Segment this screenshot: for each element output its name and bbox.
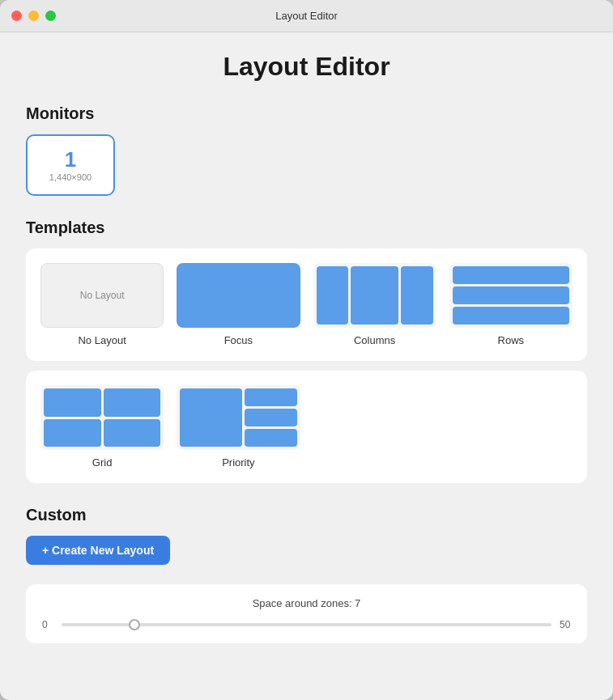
template-priority[interactable]: Priority xyxy=(177,385,300,469)
window-controls xyxy=(11,11,56,21)
titlebar-title: Layout Editor xyxy=(275,10,338,22)
monitor-card[interactable]: 1 1,440×900 xyxy=(26,134,115,196)
grid-cell-3 xyxy=(44,419,101,448)
template-no-layout-label: No Layout xyxy=(78,334,126,346)
grid-cell-2 xyxy=(104,388,161,417)
row-3 xyxy=(453,307,569,325)
template-placeholder-3 xyxy=(313,385,436,469)
preview-no-layout: No Layout xyxy=(40,263,164,328)
priority-right-top xyxy=(245,388,296,406)
template-focus-label: Focus xyxy=(224,334,253,346)
custom-section: Custom + Create New Layout xyxy=(26,506,587,565)
col-2 xyxy=(351,266,398,325)
preview-focus xyxy=(177,263,300,328)
titlebar: Layout Editor xyxy=(0,0,613,32)
row-2 xyxy=(453,286,569,304)
monitor-resolution: 1,440×900 xyxy=(49,172,92,182)
template-rows[interactable]: Rows xyxy=(449,263,573,346)
maximize-button[interactable] xyxy=(45,11,56,21)
zones-section: Space around zones: 7 0 50 xyxy=(26,584,587,643)
template-no-layout[interactable]: No Layout No Layout xyxy=(40,263,164,346)
page-title: Layout Editor xyxy=(26,52,587,82)
main-content: Layout Editor Monitors 1 1,440×900 Templ… xyxy=(0,32,613,700)
template-columns[interactable]: Columns xyxy=(313,263,436,346)
template-placeholder-4 xyxy=(449,385,573,469)
monitors-label: Monitors xyxy=(26,104,587,123)
preview-no-layout-text: No Layout xyxy=(80,290,125,301)
slider-max-label: 50 xyxy=(560,619,571,630)
zones-slider[interactable] xyxy=(62,623,551,626)
priority-left xyxy=(180,388,242,447)
col-3 xyxy=(401,266,433,325)
slider-row: 0 50 xyxy=(42,619,571,630)
preview-priority xyxy=(177,385,300,450)
priority-right-mid xyxy=(245,409,296,426)
preview-grid xyxy=(40,385,164,450)
preview-rows xyxy=(449,263,573,328)
template-grid-label: Grid xyxy=(92,456,113,469)
custom-label: Custom xyxy=(26,506,587,524)
grid-cell-1 xyxy=(44,388,101,417)
template-focus[interactable]: Focus xyxy=(177,263,300,346)
col-1 xyxy=(317,266,349,325)
template-priority-label: Priority xyxy=(222,456,254,469)
grid-cell-4 xyxy=(104,419,161,448)
slider-min-label: 0 xyxy=(42,619,53,630)
app-window: Layout Editor Layout Editor Monitors 1 1… xyxy=(0,0,613,700)
templates-section: Templates No Layout No Layout Focus xyxy=(26,218,587,483)
templates-row1: No Layout No Layout Focus Colum xyxy=(26,248,587,361)
priority-right xyxy=(245,388,296,447)
templates-label: Templates xyxy=(26,218,587,237)
close-button[interactable] xyxy=(11,11,22,21)
template-columns-label: Columns xyxy=(354,334,395,346)
minimize-button[interactable] xyxy=(28,11,39,21)
template-grid[interactable]: Grid xyxy=(40,385,164,469)
zones-label: Space around zones: 7 xyxy=(42,597,571,609)
monitor-number: 1 xyxy=(65,149,76,170)
create-layout-button[interactable]: + Create New Layout xyxy=(26,536,170,565)
priority-right-bot xyxy=(245,429,296,447)
row-1 xyxy=(453,266,569,284)
templates-row2: Grid Priority xyxy=(26,371,587,483)
monitors-section: Monitors 1 1,440×900 xyxy=(26,104,587,196)
template-rows-label: Rows xyxy=(498,334,525,346)
preview-columns xyxy=(313,263,436,328)
